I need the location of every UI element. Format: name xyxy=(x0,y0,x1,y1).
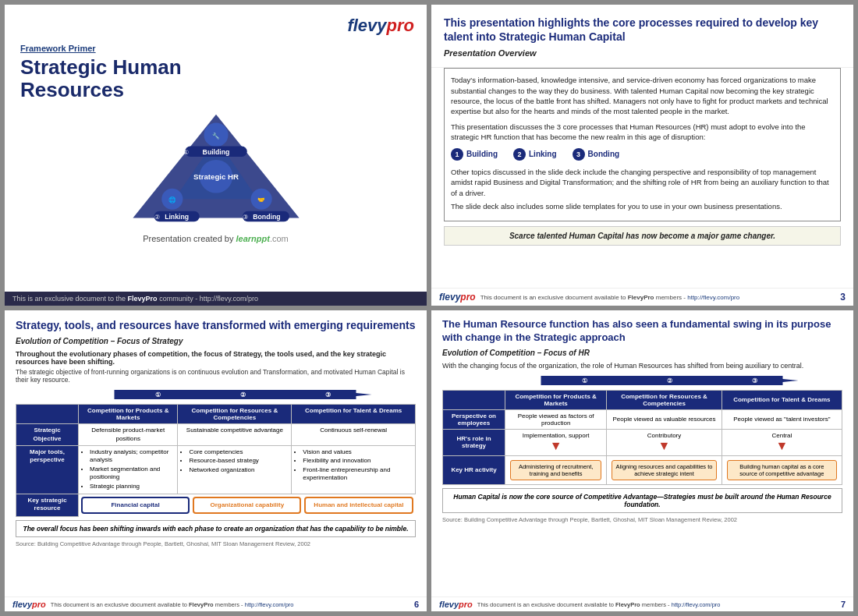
slide2-section-label: Presentation Overview xyxy=(444,48,841,58)
process-building: 1 Building xyxy=(451,148,498,161)
slide3-main-title: Strategy, tools, and resources have tran… xyxy=(16,318,416,332)
svg-text:Building: Building xyxy=(202,148,229,156)
svg-text:②: ② xyxy=(240,391,246,398)
svg-text:Strategic HR: Strategic HR xyxy=(193,172,238,181)
slide4-main-title: The Human Resource function has also see… xyxy=(442,318,842,345)
three-processes: 1 Building 2 Linking 3 Bonding xyxy=(451,148,834,161)
triangle-diagram: Strategic HR 🔧 ① Building 🌐 ② Linking xyxy=(20,108,411,229)
flevypro-logo: flevypro xyxy=(347,16,414,36)
svg-text:①: ① xyxy=(155,391,161,398)
slide1-footer: This is an exclusive document to the Fle… xyxy=(5,292,427,306)
table-row-key-resource: Key strategic resource Financial capital… xyxy=(16,494,416,516)
slide3-body: Throughout the evolutionary phases of co… xyxy=(5,350,427,597)
svg-text:③: ③ xyxy=(752,377,757,384)
svg-text:🤝: 🤝 xyxy=(257,196,265,204)
hr-table: Competition for Products & Markets Compe… xyxy=(442,390,842,485)
svg-text:🔧: 🔧 xyxy=(212,132,220,140)
slide3-summary: The overall focus has been shifting inwa… xyxy=(16,520,416,537)
slide4-section-label: Evolution of Competition – Focus of HR xyxy=(442,349,842,357)
slide3-header: Strategy, tools, and resources have tran… xyxy=(5,310,427,350)
slide2-body: Today's information-based, knowledge int… xyxy=(431,68,853,288)
key-resource-org: Organizational capability xyxy=(193,497,301,514)
slide2-main-title: This presentation highlights the core pr… xyxy=(444,16,841,44)
key-resource-financial: Financial capital xyxy=(81,497,190,514)
svg-text:Bonding: Bonding xyxy=(253,214,280,221)
svg-text:Linking: Linking xyxy=(165,214,189,221)
svg-text:①: ① xyxy=(183,149,188,156)
hr-row-perspective: Perspective on employees People viewed a… xyxy=(443,409,842,429)
slide4-summary: Human Capital is now the core source of … xyxy=(442,488,842,513)
slide4-footer: flevypro This document is an exclusive d… xyxy=(431,597,853,611)
competition-table: Competition for Products & Markets Compe… xyxy=(16,404,416,517)
svg-text:🌐: 🌐 xyxy=(168,196,176,204)
slide2-header: This presentation highlights the core pr… xyxy=(431,5,853,68)
process-bonding: 3 Bonding xyxy=(573,148,620,161)
slide3-section-label: Evolution of Competition – Focus of Stra… xyxy=(16,337,416,345)
slide4-header: The Human Resource function has also see… xyxy=(431,310,853,362)
slide4-body: With the changing focus of the organizat… xyxy=(431,362,853,597)
slide2-main-box: Today's information-based, knowledge int… xyxy=(444,68,841,221)
slide3-footer: flevypro This document is an exclusive d… xyxy=(5,597,427,611)
hr-row-role: HR's role in strategy Implementation, su… xyxy=(443,429,842,455)
svg-text:①: ① xyxy=(582,377,587,384)
slide-4: The Human Resource function has also see… xyxy=(431,310,853,611)
credit-line: Presentation created by learnppt.com xyxy=(20,229,411,248)
hr-row-activity: Key HR activity Administering of recruit… xyxy=(443,455,842,484)
svg-text:②: ② xyxy=(667,377,672,384)
slide1-title: Strategic Human Resources xyxy=(20,56,411,101)
process-linking: 2 Linking xyxy=(513,148,557,161)
svg-text:②: ② xyxy=(154,214,159,221)
svg-text:③: ③ xyxy=(325,391,331,398)
framework-label: Framework Primer xyxy=(20,44,411,53)
svg-text:③: ③ xyxy=(243,214,248,221)
key-resource-human: Human and intellectual capital xyxy=(304,497,413,514)
slide-2: This presentation highlights the core pr… xyxy=(431,5,853,306)
table-row-tools: Major tools, perspective Industry analys… xyxy=(16,445,416,494)
slide2-footer: flevypro This document is an exclusive d… xyxy=(431,288,853,306)
slide-3: Strategy, tools, and resources have tran… xyxy=(5,310,427,611)
slide2-highlight: Scarce talented Human Capital has now be… xyxy=(444,226,841,246)
slide-1: flevypro Framework Primer Strategic Huma… xyxy=(5,5,427,306)
table-row-strategic: Strategic Objective Defensible product-m… xyxy=(16,424,416,446)
